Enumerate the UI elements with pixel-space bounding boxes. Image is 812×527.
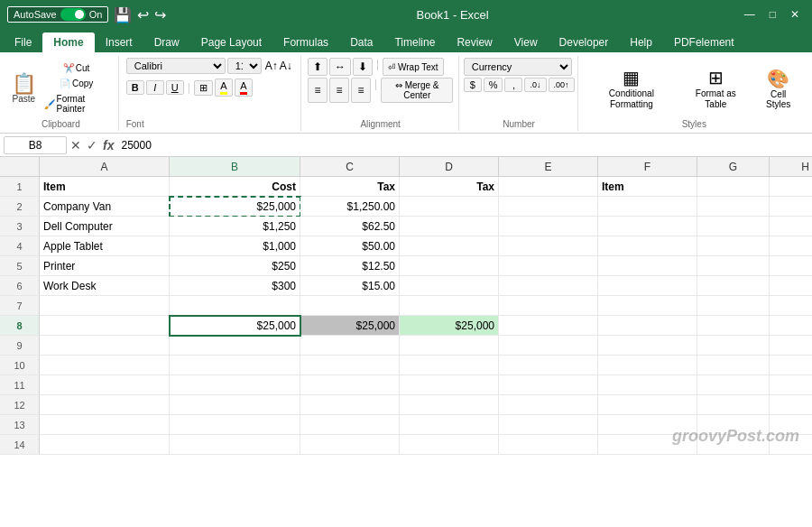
cell[interactable] (770, 336, 812, 356)
cell[interactable]: $1,250.00 (300, 197, 400, 217)
cell[interactable] (499, 395, 598, 415)
cell[interactable] (697, 336, 770, 356)
cell[interactable] (598, 197, 697, 217)
cell[interactable] (170, 356, 300, 375)
col-header-b[interactable]: B (170, 157, 300, 176)
row-number[interactable]: 6 (0, 276, 40, 296)
row-number[interactable]: 2 (0, 197, 40, 217)
cell[interactable] (697, 217, 770, 236)
tab-developer[interactable]: Developer (549, 32, 620, 52)
cell[interactable] (300, 435, 400, 455)
cell[interactable]: $15.00 (300, 276, 400, 296)
cell[interactable] (499, 316, 598, 336)
cell[interactable] (499, 435, 598, 455)
cell[interactable] (170, 415, 300, 435)
minimize-btn[interactable]: — (739, 8, 761, 21)
cell[interactable] (400, 236, 499, 256)
row-number[interactable]: 12 (0, 395, 40, 415)
copy-button[interactable]: 📄 Copy (41, 77, 113, 90)
cell[interactable] (598, 276, 697, 296)
insert-function-icon[interactable]: fx (103, 138, 114, 153)
cell[interactable]: Apple Tablet (40, 236, 170, 256)
cell[interactable] (499, 236, 598, 256)
cell[interactable]: $300 (170, 276, 300, 296)
cell[interactable] (499, 197, 598, 217)
border-button[interactable]: ⊞ (194, 80, 213, 96)
cell[interactable] (499, 177, 598, 197)
cell[interactable] (40, 336, 170, 356)
font-size-select[interactable]: 11 (227, 58, 262, 74)
row-number[interactable]: 7 (0, 296, 40, 316)
percent-button[interactable]: % (484, 78, 503, 92)
align-top-button[interactable]: ⬆ (308, 58, 328, 76)
align-middle-button[interactable]: ↔ (329, 58, 351, 76)
autosave-toggle[interactable] (60, 8, 86, 21)
decrease-font-icon[interactable]: A↓ (280, 60, 292, 72)
cell-reference-box[interactable]: B8 (4, 136, 67, 154)
cell[interactable] (598, 296, 697, 316)
col-header-f[interactable]: F (598, 157, 697, 176)
cell[interactable] (400, 395, 499, 415)
row-number[interactable]: 4 (0, 236, 40, 256)
cut-button[interactable]: ✂️ Cut (41, 61, 113, 75)
cell[interactable] (400, 296, 499, 316)
cell[interactable]: $62.50 (300, 217, 400, 236)
cell[interactable] (770, 316, 812, 336)
cell[interactable] (770, 177, 812, 197)
tab-file[interactable]: File (4, 32, 42, 52)
accounting-button[interactable]: $ (464, 78, 482, 92)
cell[interactable]: Printer (40, 256, 170, 276)
cell[interactable]: Dell Computer (40, 217, 170, 236)
cell[interactable] (499, 217, 598, 236)
number-format-select[interactable]: Currency (464, 58, 572, 76)
align-left-button[interactable]: ≡ (308, 78, 328, 103)
tab-page-layout[interactable]: Page Layout (190, 32, 272, 52)
cell[interactable] (400, 217, 499, 236)
cell[interactable] (770, 236, 812, 256)
row-number[interactable]: 1 (0, 177, 40, 197)
tab-formulas[interactable]: Formulas (272, 32, 339, 52)
cell[interactable]: $25,000 (400, 316, 499, 336)
row-number[interactable]: 9 (0, 336, 40, 356)
col-header-e[interactable]: E (499, 157, 598, 176)
formula-input[interactable] (117, 137, 808, 153)
bold-button[interactable]: B (126, 80, 144, 95)
cell[interactable] (40, 356, 170, 375)
cell[interactable]: $12.50 (300, 256, 400, 276)
cell[interactable] (40, 296, 170, 316)
format-as-table-button[interactable]: ⊞ Format as Table (681, 63, 750, 114)
tab-draw[interactable]: Draw (143, 32, 190, 52)
cell[interactable]: $1,250 (170, 217, 300, 236)
cell[interactable] (400, 415, 499, 435)
cell[interactable] (300, 336, 400, 356)
close-btn[interactable]: ✕ (785, 8, 805, 21)
tab-help[interactable]: Help (619, 32, 663, 52)
cell[interactable] (170, 395, 300, 415)
underline-button[interactable]: U (166, 80, 184, 95)
row-number[interactable]: 8 (0, 316, 40, 336)
cell[interactable] (170, 296, 300, 316)
cell[interactable] (400, 375, 499, 395)
cell[interactable] (697, 276, 770, 296)
cell[interactable] (697, 236, 770, 256)
fill-color-button[interactable]: A (215, 79, 233, 97)
redo-icon[interactable]: ↪ (154, 6, 166, 23)
cell[interactable]: $250 (170, 256, 300, 276)
cell[interactable] (400, 356, 499, 375)
cell[interactable] (770, 197, 812, 217)
cell[interactable] (400, 197, 499, 217)
align-right-button[interactable]: ≡ (351, 78, 371, 103)
font-color-button[interactable]: A (235, 79, 253, 97)
cell[interactable] (770, 276, 812, 296)
merge-center-button[interactable]: ⇔ Merge & Center (381, 78, 453, 103)
align-bottom-button[interactable]: ⬇ (353, 58, 373, 76)
cell[interactable] (598, 256, 697, 276)
cell[interactable] (499, 256, 598, 276)
row-number[interactable]: 5 (0, 256, 40, 276)
align-center-button[interactable]: ≡ (329, 78, 349, 103)
conditional-formatting-button[interactable]: ▦ Conditional Formatting (586, 63, 678, 114)
cell[interactable]: Work Desk (40, 276, 170, 296)
cancel-formula-icon[interactable]: ✕ (70, 138, 81, 153)
col-header-c[interactable]: C (300, 157, 400, 176)
cell[interactable] (170, 375, 300, 395)
